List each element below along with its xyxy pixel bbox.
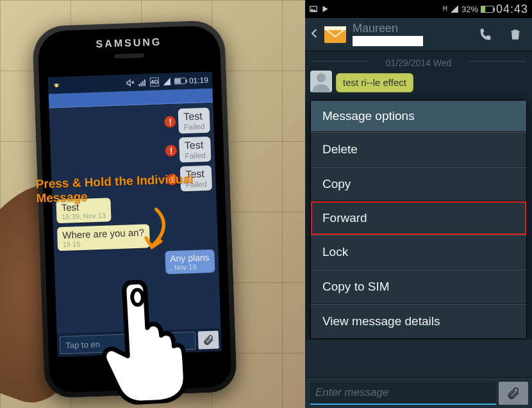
incoming-message-row[interactable]: Where are you an? 19 15	[57, 222, 214, 251]
input-placeholder: Enter message	[315, 386, 388, 399]
messages-list[interactable]: ! Test Failed ! Test Failed	[49, 103, 220, 334]
date-divider: 01/29/2014 Wed	[305, 51, 532, 71]
option-view-details[interactable]: View message details	[311, 304, 526, 339]
back-button[interactable]	[309, 24, 320, 45]
signal-bars-icon	[450, 4, 459, 13]
signal-bars-icon	[162, 77, 171, 86]
picture-icon	[309, 4, 318, 13]
hspa-icon: H	[443, 6, 447, 12]
battery-pct: 32%	[461, 4, 478, 14]
contact-avatar	[310, 71, 332, 92]
message-bubble: Where are you an? 19 15	[57, 224, 150, 251]
status-time: 01:19	[189, 76, 209, 85]
outgoing-message-row[interactable]: ! Test Failed	[53, 108, 210, 138]
message-options-dialog: Message options Delete Copy Forward Lock…	[310, 100, 527, 339]
paperclip-icon	[203, 334, 215, 346]
option-copy[interactable]: Copy	[311, 167, 526, 201]
svg-point-8	[317, 73, 326, 82]
message-bubble: Test Failed	[180, 166, 212, 192]
dialog-title: Message options	[311, 101, 526, 132]
4g-indicator: 4G	[150, 78, 159, 87]
message-bubble: Test 16:39, Nov 13	[56, 198, 111, 223]
photo-left-panel: SAMSUNG 4G	[0, 0, 305, 408]
message-bubble: Test Failed	[178, 108, 210, 134]
mute-icon	[126, 78, 135, 87]
status-time: 04:43	[496, 3, 528, 16]
contact-name: Maureen	[353, 22, 469, 35]
incoming-bubble[interactable]: test ri--le effect	[336, 73, 413, 92]
svg-rect-2	[140, 82, 142, 86]
message-input[interactable]: Enter message	[310, 382, 496, 405]
samsung-phone: SAMSUNG 4G	[32, 20, 237, 398]
delete-button[interactable]	[503, 28, 528, 42]
option-delete[interactable]: Delete	[311, 132, 526, 167]
chevron-left-icon	[309, 24, 320, 42]
message-bubble: Test Failed	[179, 137, 211, 163]
call-button[interactable]	[473, 28, 499, 42]
contact-block[interactable]: Maureen	[353, 22, 469, 47]
paperclip-icon	[506, 386, 520, 400]
svg-rect-4	[144, 80, 145, 87]
trash-icon	[509, 28, 522, 42]
conversation-spacer	[305, 339, 532, 377]
outgoing-message-row[interactable]: ! Test Failed	[54, 137, 211, 167]
attach-button[interactable]	[198, 331, 219, 350]
battery-icon	[481, 6, 494, 13]
outgoing-message-row[interactable]: ! Test Failed	[55, 166, 212, 196]
other-message-row[interactable]: Any plans , Nov 19	[58, 250, 215, 278]
failed-alert-icon: !	[164, 115, 176, 128]
attach-button[interactable]	[499, 382, 528, 405]
message-input[interactable]: Tap to en	[60, 332, 196, 354]
failed-alert-icon: !	[166, 173, 178, 185]
screenshot-right-panel: H 32% 04:43 Maureen 01/29/2014 Wed	[305, 0, 532, 408]
contact-number-redacted	[353, 36, 423, 46]
option-lock[interactable]: Lock	[311, 235, 526, 269]
conversation-header: Maureen	[305, 18, 532, 51]
envelope-icon	[324, 26, 346, 43]
battery-icon	[174, 78, 186, 85]
failed-alert-icon: !	[165, 144, 178, 157]
option-copy-to-sim[interactable]: Copy to SIM	[311, 269, 526, 304]
status-bar: H 32% 04:43	[305, 0, 532, 18]
conversation-area: test ri--le effect	[305, 71, 532, 96]
incoming-message-row[interactable]: Test 16:39, Nov 13	[56, 194, 213, 223]
svg-rect-1	[138, 84, 140, 87]
svg-rect-3	[142, 81, 144, 86]
phone-icon	[479, 28, 493, 42]
svg-rect-7	[324, 26, 346, 30]
person-icon	[310, 71, 332, 92]
phone-brand: SAMSUNG	[38, 34, 220, 52]
message-bubble: Any plans , Nov 19	[165, 250, 215, 275]
compose-bar: Enter message	[305, 377, 532, 408]
signal-icon	[138, 78, 147, 87]
phone-speaker	[115, 53, 144, 58]
option-forward[interactable]: Forward	[311, 201, 526, 235]
bee-notification-icon	[52, 81, 61, 90]
play-icon	[320, 4, 329, 13]
phone-screen: 4G 01:19 ! Test Failed	[48, 72, 222, 357]
